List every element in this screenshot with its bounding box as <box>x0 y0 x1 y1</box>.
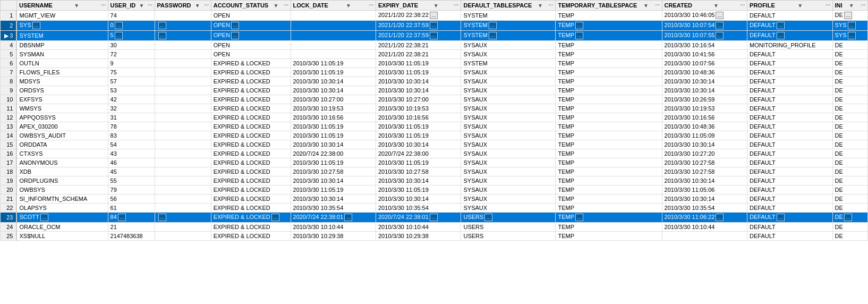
cell-expand-button[interactable]: … <box>344 214 352 221</box>
cell-expand-button[interactable]: … <box>489 32 497 39</box>
table-row[interactable]: 20OWBSYS79EXPIRED & LOCKED2010/3/30 11:0… <box>1 185 868 195</box>
cell-expand-button[interactable]: … <box>115 32 123 39</box>
cell-expand-button[interactable]: … <box>484 214 492 221</box>
table-row[interactable]: 10EXFSYS42EXPIRED & LOCKED2010/3/30 10:2… <box>1 95 868 104</box>
col-profile[interactable]: PROFILE ▼ ⋯ <box>747 1 832 11</box>
cell-expand-button[interactable]: … <box>158 32 166 39</box>
cell-expand-button[interactable]: … <box>575 32 583 39</box>
col-userid[interactable]: USER_ID ▼ ⋯ <box>108 1 155 11</box>
cell-password <box>155 185 211 195</box>
cell-expiry-date: 2010/3/30 11:05:19 <box>376 185 461 195</box>
table-row[interactable]: 12APPQOSSYS31EXPIRED & LOCKED2010/3/30 1… <box>1 113 868 122</box>
table-row[interactable]: 6OUTLN9EXPIRED & LOCKED2010/3/30 11:05:1… <box>1 59 868 68</box>
cell-expand-button[interactable]: … <box>231 32 239 39</box>
cell-created: 2010/3/30 10:27:58 <box>662 158 747 167</box>
cell-account-status: EXPIRED & LOCKED <box>211 122 291 131</box>
temporarytablespace-col-resize[interactable] <box>660 1 662 10</box>
userid-col-resize[interactable] <box>152 1 155 10</box>
created-col-resize[interactable] <box>745 1 747 10</box>
accountstatus-col-resize[interactable] <box>288 1 291 10</box>
cell-expand-button[interactable]: … <box>716 214 724 221</box>
table-row[interactable]: 17ANONYMOUS46EXPIRED & LOCKED2010/3/30 1… <box>1 158 868 167</box>
cell-expand-button[interactable]: … <box>231 22 239 29</box>
cell-expand-button[interactable]: … <box>716 22 724 29</box>
cell-expand-button[interactable]: … <box>158 22 166 29</box>
table-row[interactable]: 21SI_INFORMTN_SCHEMA56EXPIRED & LOCKED20… <box>1 195 868 204</box>
table-row[interactable]: 2SYS…0……OPEN…2021/1/20 22:37:59…SYSTEM…T… <box>1 21 868 31</box>
table-row[interactable]: 9ORDSYS53EXPIRED & LOCKED2010/3/30 10:30… <box>1 86 868 95</box>
table-row[interactable]: 8MDSYS57EXPIRED & LOCKED2010/3/30 10:30:… <box>1 77 868 86</box>
password-col-resize[interactable] <box>209 1 211 10</box>
cell-expand-button[interactable]: … <box>271 214 279 221</box>
cell-expand-button[interactable]: … <box>575 214 583 221</box>
table-row[interactable]: 15ORDDATA54EXPIRED & LOCKED2010/3/30 10:… <box>1 140 868 149</box>
cell-expand-button[interactable]: … <box>430 12 438 19</box>
cell-expand-button[interactable]: … <box>158 214 166 221</box>
defaulttablespace-col-resize[interactable] <box>553 1 555 10</box>
table-row[interactable]: 22OLAPSYS61EXPIRED & LOCKED2010/3/30 10:… <box>1 204 868 213</box>
table-row[interactable]: 16CTXSYS43EXPIRED & LOCKED2020/7/24 22:3… <box>1 149 868 158</box>
table-row[interactable]: 11WMSYS32EXPIRED & LOCKED2010/3/30 10:19… <box>1 104 868 113</box>
cell-expand-button[interactable]: … <box>848 22 856 29</box>
row-number: 13 <box>1 122 17 131</box>
ini-col-resize[interactable] <box>865 1 867 10</box>
cell-expand-button[interactable]: … <box>430 32 438 39</box>
table-row[interactable]: 5SYSMAN72OPEN2021/1/20 22:38:21SYSAUXTEM… <box>1 50 868 59</box>
table-row[interactable]: 13APEX_03020078EXPIRED & LOCKED2010/3/30… <box>1 122 868 131</box>
cell-created: 2010/3/30 10:27:58 <box>662 167 747 176</box>
table-row[interactable]: 18XDB45EXPIRED & LOCKED2010/3/30 10:27:5… <box>1 167 868 176</box>
cell-expand-button[interactable]: … <box>115 22 123 29</box>
username-col-resize[interactable] <box>106 1 108 10</box>
cell-profile: DEFAULT… <box>747 31 832 41</box>
col-lockdate[interactable]: LOCK_DATE ▼ ⋯ <box>291 1 376 11</box>
table-row[interactable]: 1MGMT_VIEW74OPEN2021/1/20 22:38:22…SYSTE… <box>1 11 868 21</box>
col-username[interactable]: USERNAME ▼ ⋯ <box>16 1 108 11</box>
table-row[interactable]: 24ORACLE_OCM21EXPIRED & LOCKED2010/3/30 … <box>1 223 868 232</box>
col-defaulttablespace[interactable]: DEFAULT_TABLESPACE ▼ ⋯ <box>461 1 556 11</box>
table-row[interactable]: ▶3SYSTEM5……OPEN…2021/1/20 22:37:59…SYSTE… <box>1 31 868 41</box>
cell-expand-button[interactable]: … <box>489 22 497 29</box>
cell-expand-button[interactable]: … <box>430 214 438 221</box>
data-grid[interactable]: USERNAME ▼ ⋯ USER_ID ▼ ⋯ P <box>0 0 868 304</box>
cell-expand-button[interactable]: … <box>716 12 724 19</box>
col-accountstatus[interactable]: ACCOUNT_STATUS ▼ ⋯ <box>211 1 291 11</box>
table-row[interactable]: 7FLOWS_FILES75EXPIRED & LOCKED2010/3/30 … <box>1 68 868 77</box>
cell-expand-button[interactable]: … <box>32 22 40 29</box>
profile-col-resize[interactable] <box>830 1 832 10</box>
table-row[interactable]: 23SCOTT…84……EXPIRED & LOCKED…2020/7/24 2… <box>1 213 868 223</box>
cell-password: … <box>155 21 211 31</box>
cell-password <box>155 167 211 176</box>
col-temporarytablespace[interactable]: TEMPORARY_TABLESPACE ▼ ⋯ <box>556 1 662 11</box>
cell-default-tablespace: SYSAUX <box>461 104 556 113</box>
cell-expand-button[interactable]: … <box>575 22 583 29</box>
table-row[interactable]: 25XS$NULL2147483638EXPIRED & LOCKED2010/… <box>1 232 868 241</box>
cell-lock-date: 2010/3/30 10:30:14 <box>291 86 376 95</box>
cell-expand-button[interactable]: … <box>118 214 126 221</box>
cell-expand-button[interactable]: … <box>844 12 852 19</box>
cell-expand-button[interactable]: … <box>716 32 724 39</box>
cell-expand-button[interactable]: … <box>430 22 438 29</box>
cell-expand-button[interactable]: … <box>844 214 852 221</box>
cell-expand-button[interactable]: … <box>777 32 785 39</box>
table-body: 1MGMT_VIEW74OPEN2021/1/20 22:38:22…SYSTE… <box>1 11 868 241</box>
cell-default-tablespace: SYSAUX <box>461 204 556 213</box>
col-password[interactable]: PASSWORD ▼ ⋯ <box>155 1 211 11</box>
table-row[interactable]: 4DBSNMP30OPEN2021/1/20 22:38:21SYSAUXTEM… <box>1 41 868 50</box>
col-ini[interactable]: INI ▼ ⋯ <box>832 1 867 11</box>
row-number: 7 <box>1 68 17 77</box>
table-row[interactable]: 19ORDPLUGINS55EXPIRED & LOCKED2010/3/30 … <box>1 176 868 185</box>
cell-temporary-tablespace: TEMP <box>556 176 662 185</box>
cell-expand-button[interactable]: … <box>777 214 785 221</box>
cell-expand-button[interactable]: … <box>777 22 785 29</box>
expirydate-col-resize[interactable] <box>458 1 461 10</box>
cell-expand-button[interactable]: … <box>40 214 48 221</box>
lockdate-col-resize[interactable] <box>373 1 376 10</box>
cell-password <box>155 195 211 204</box>
cell-password <box>155 223 211 232</box>
table-row[interactable]: 14OWBSYS_AUDIT83EXPIRED & LOCKED2010/3/3… <box>1 131 868 140</box>
cell-created: 2010/3/30 10:19:53 <box>662 104 747 113</box>
col-created[interactable]: CREATED ▼ ⋯ <box>662 1 747 11</box>
col-expirydate[interactable]: EXPIRY_DATE ▼ ⋯ <box>376 1 461 11</box>
cell-expand-button[interactable]: … <box>848 32 856 39</box>
cell-lock-date <box>291 41 376 50</box>
